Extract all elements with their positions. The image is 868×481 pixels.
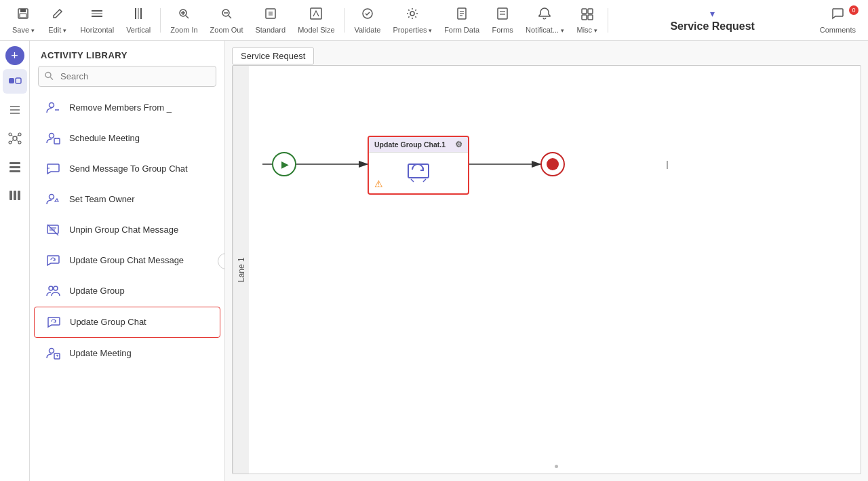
notifications-button[interactable]: Notificat... (520, 3, 569, 38)
search-icon (44, 71, 54, 82)
sidebar-item-update-meeting[interactable]: Update Meeting (34, 339, 220, 368)
svg-rect-57 (54, 138, 60, 144)
properties-label: Properties (393, 26, 432, 34)
svg-point-20 (410, 12, 414, 16)
zoomin-button[interactable]: Zoom In (165, 3, 203, 38)
svg-line-42 (12, 135, 14, 137)
svg-line-14 (229, 16, 231, 18)
svg-point-40 (9, 141, 12, 144)
nav-listview-button[interactable] (3, 155, 27, 179)
svg-point-38 (9, 133, 12, 136)
svg-rect-25 (498, 8, 507, 19)
svg-marker-62 (55, 199, 58, 201)
nav-teams-button[interactable] (3, 69, 27, 94)
sidebar-item-update-group[interactable]: Update Group (34, 276, 220, 306)
svg-rect-18 (311, 8, 321, 19)
sidebar-item-set-team-owner[interactable]: Set Team Owner (34, 185, 220, 214)
activity-node-svg-icon (406, 160, 431, 186)
svg-rect-17 (269, 12, 273, 16)
svg-point-69 (50, 349, 54, 353)
sidebar-item-update-group-chat-message[interactable]: Update Group Chat Message (34, 246, 220, 275)
svg-rect-77 (408, 164, 429, 178)
sidebar-label-update-gc: Update Group Chat (70, 317, 146, 328)
title-area: ▾ Service Request (611, 8, 814, 33)
sidebar-item-unpin-group[interactable]: Unpin Group Chat Message (34, 215, 220, 245)
svg-point-68 (54, 286, 58, 290)
activity-node-title: Update Group Chat.1 (374, 140, 446, 149)
dot-indicator (555, 465, 558, 468)
vertical-button[interactable]: Vertical (121, 3, 156, 38)
send-message-icon (43, 159, 62, 178)
sidebar-item-update-group-chat[interactable]: Update Group Chat (34, 307, 220, 338)
update-gcm-icon (43, 251, 62, 270)
comments-label: Comments (820, 26, 856, 34)
schedule-meeting-icon (43, 129, 62, 148)
horizontal-button[interactable]: Horizontal (75, 3, 120, 38)
svg-rect-49 (9, 191, 12, 200)
sidebar-label-update-group: Update Group (69, 286, 125, 297)
svg-point-52 (45, 72, 51, 77)
activity-gear-icon[interactable]: ⚙ (455, 140, 462, 149)
end-node[interactable] (540, 152, 565, 176)
svg-rect-5 (92, 16, 102, 17)
svg-point-67 (49, 286, 53, 290)
search-input[interactable] (38, 66, 216, 87)
misc-button[interactable]: Misc (571, 3, 604, 38)
nav-list-button[interactable] (3, 98, 27, 122)
formdata-button[interactable]: Form Data (439, 3, 485, 38)
sep2 (344, 8, 345, 33)
sidebar-search-container (38, 66, 216, 87)
svg-rect-30 (582, 15, 587, 20)
nav-network-button[interactable] (3, 126, 27, 151)
save-button[interactable]: Save (7, 3, 40, 38)
svg-rect-47 (9, 166, 20, 168)
forms-icon (496, 7, 509, 24)
svg-rect-48 (9, 170, 20, 172)
sep3 (608, 8, 608, 33)
comments-icon (831, 7, 844, 24)
sidebar-label-schedule-meeting: Schedule Meeting (69, 133, 140, 145)
sidebar-label-send-message: Send Message To Group Chat (69, 163, 188, 175)
start-node[interactable]: ▶ (272, 152, 296, 176)
misc-icon (580, 7, 594, 24)
sidebar-header: ACTIVITY LIBRARY (30, 41, 224, 66)
notifications-label: Notificat... (526, 26, 564, 34)
sidebar-item-send-message[interactable]: Send Message To Group Chat (34, 154, 220, 184)
update-meeting-icon (43, 344, 62, 363)
svg-rect-6 (138, 8, 139, 19)
svg-rect-4 (92, 10, 102, 12)
svg-line-10 (186, 16, 189, 18)
standard-icon (264, 7, 277, 24)
vertical-icon (132, 7, 145, 24)
standard-button[interactable]: Standard (250, 3, 291, 38)
forms-button[interactable]: Forms (486, 3, 519, 38)
svg-rect-8 (140, 8, 142, 19)
svg-point-54 (50, 103, 54, 108)
horizontal-label: Horizontal (81, 26, 115, 34)
comments-button[interactable]: 0 Comments (814, 3, 861, 38)
edit-button[interactable]: Edit (41, 3, 74, 38)
modelsize-button[interactable]: Model Size (292, 3, 340, 38)
activity-node-update-group-chat[interactable]: Update Group Chat.1 ⚙ ⚠ (368, 136, 469, 195)
validate-button[interactable]: Validate (349, 3, 387, 38)
warning-icon: ⚠ (374, 178, 383, 189)
nav-bars-button[interactable] (3, 183, 27, 208)
properties-button[interactable]: Properties (387, 3, 437, 38)
sidebar-label-unpin-group: Unpin Group Chat Message (69, 225, 178, 236)
sidebar-label-update-gcm: Update Group Chat Message (69, 255, 184, 267)
formdata-icon (455, 7, 469, 24)
sidebar-item-remove-members[interactable]: Remove Members From _ (34, 93, 220, 123)
svg-rect-31 (588, 15, 593, 20)
svg-rect-33 (16, 78, 21, 83)
zoomout-label: Zoom Out (210, 26, 243, 34)
topbar: Save Edit Horizontal Vertical Zoom In (0, 0, 868, 41)
lane-label: Lane 1 (233, 66, 249, 474)
svg-rect-32 (9, 78, 14, 83)
canvas-container[interactable]: Service Request Lane 1 (225, 41, 868, 481)
add-nav-button[interactable]: + (5, 46, 24, 65)
zoomout-button[interactable]: Zoom Out (205, 3, 249, 38)
play-icon: ▶ (281, 159, 289, 170)
sidebar-item-schedule-meeting[interactable]: Schedule Meeting (34, 123, 220, 153)
edit-icon (51, 7, 64, 24)
svg-rect-7 (135, 8, 136, 19)
